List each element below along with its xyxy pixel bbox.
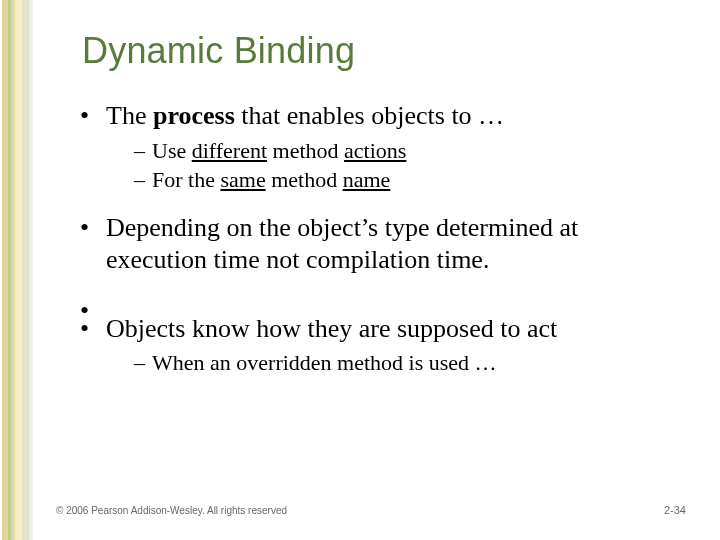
text-fragment: method <box>267 138 344 163</box>
text-strong: process <box>153 101 235 130</box>
text-fragment: that enables objects to … <box>235 101 504 130</box>
slide: Dynamic Binding The process that enables… <box>0 0 720 540</box>
spacer <box>80 295 680 313</box>
text-fragment: Depending on the object’s type determine… <box>106 213 578 275</box>
text-fragment: When an overridden method is used … <box>152 350 497 375</box>
subbullet-different-actions: Use different method actions <box>134 137 680 165</box>
text-underline: actions <box>344 138 406 163</box>
decorative-left-bars <box>0 0 40 540</box>
bullet-process: The process that enables objects to … Us… <box>80 100 680 194</box>
text-fragment: The <box>106 101 153 130</box>
footer-page-number: 2-34 <box>664 504 686 516</box>
text-underline: different <box>192 138 267 163</box>
text-fragment: Objects know how they are supposed to ac… <box>106 314 557 343</box>
footer-copyright: © 2006 Pearson Addison-Wesley. All right… <box>56 505 287 516</box>
text-underline: same <box>220 167 265 192</box>
text-underline: name <box>343 167 391 192</box>
subbullet-overridden: When an overridden method is used … <box>134 349 680 377</box>
slide-body: The process that enables objects to … Us… <box>80 100 680 395</box>
slide-title: Dynamic Binding <box>82 30 355 72</box>
bullet-objects-know: Objects know how they are supposed to ac… <box>80 313 680 377</box>
bullet-depending: Depending on the object’s type determine… <box>80 212 680 277</box>
text-fragment: For the <box>152 167 220 192</box>
text-fragment: method <box>266 167 343 192</box>
text-fragment: Use <box>152 138 192 163</box>
subbullet-same-name: For the same method name <box>134 166 680 194</box>
